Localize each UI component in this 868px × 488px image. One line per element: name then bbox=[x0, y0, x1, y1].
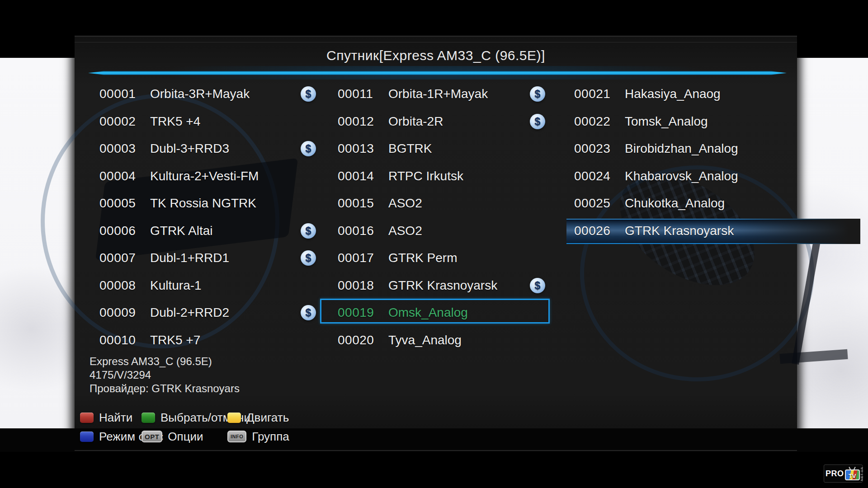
tv-frame: Спутник[Express AM33_C (96.5E)] 00001Orb… bbox=[0, 0, 868, 488]
opt-button-icon: OPT bbox=[142, 431, 162, 442]
legend-label: Опции bbox=[168, 430, 203, 444]
legend-label: Двигать bbox=[246, 411, 289, 425]
channel-name: Tomsk_Analog bbox=[625, 114, 708, 128]
channel-row[interactable]: 00023Birobidzhan_Analog bbox=[574, 135, 827, 162]
channel-list-panel: Спутник[Express AM33_C (96.5E)] 00001Orb… bbox=[75, 35, 797, 452]
channel-name: TK Rossia NGTRK bbox=[150, 196, 256, 210]
channel-name: Orbita-2R bbox=[388, 114, 443, 128]
channel-name: Orbita-3R+Mayak bbox=[150, 87, 250, 101]
legend-find[interactable]: Найти bbox=[80, 409, 132, 426]
channel-name: Dubl-1+RRD1 bbox=[150, 251, 229, 265]
channel-row[interactable]: 00012Orbita-2R$ bbox=[338, 108, 591, 135]
channel-number: 00021 bbox=[574, 80, 625, 108]
channel-row[interactable]: 00022Tomsk_Analog bbox=[574, 108, 827, 135]
channel-row[interactable]: 00021Hakasiya_Anaog bbox=[574, 80, 827, 108]
channel-name: GTRK Altai bbox=[150, 224, 212, 238]
panel-bottom-edge bbox=[75, 450, 797, 451]
channel-name: Orbita-1R+Mayak bbox=[388, 87, 488, 101]
channel-number: 00023 bbox=[574, 135, 625, 162]
logo-netua-text: NET.UA bbox=[860, 467, 864, 481]
channel-row[interactable]: 00009Dubl-2+RRD2$ bbox=[99, 299, 353, 326]
channel-row[interactable]: 00017GTRK Perm bbox=[338, 244, 591, 272]
channel-number: 00001 bbox=[99, 80, 150, 108]
channel-row[interactable]: 00003Dubl-3+RRD3$ bbox=[99, 135, 353, 162]
channel-name: Dubl-3+RRD3 bbox=[150, 141, 229, 155]
channel-row[interactable]: 00020Tyva_Analog bbox=[338, 327, 591, 354]
pay-channel-icon: $ bbox=[301, 141, 316, 156]
transponder-info: Express AM33_C (96.5E) 4175/V/3294 Прова… bbox=[90, 355, 240, 395]
red-button-icon bbox=[80, 413, 94, 423]
pay-channel-icon: $ bbox=[530, 114, 545, 129]
channel-number: 00012 bbox=[338, 108, 388, 135]
channel-number: 00010 bbox=[99, 327, 150, 354]
channel-name: Hakasiya_Anaog bbox=[625, 87, 721, 101]
page-title: Спутник[Express AM33_C (96.5E)] bbox=[75, 48, 797, 63]
channel-row[interactable]: 00013BGTRK bbox=[338, 135, 591, 162]
title-underline bbox=[88, 71, 787, 75]
channel-number: 00022 bbox=[574, 108, 625, 135]
channel-name: TRK5 +4 bbox=[150, 114, 200, 128]
channel-number: 00020 bbox=[338, 327, 388, 354]
channel-row[interactable]: 00004Kultura-2+Vesti-FM bbox=[99, 163, 353, 190]
channel-row[interactable]: 00007Dubl-1+RRD1$ bbox=[99, 244, 353, 272]
channel-name: Kultura-2+Vesti-FM bbox=[150, 169, 259, 183]
tv-icon: TV bbox=[845, 467, 860, 480]
channel-number: 00006 bbox=[99, 217, 150, 244]
channel-number: 00024 bbox=[574, 163, 625, 190]
channel-number: 00005 bbox=[99, 190, 150, 217]
channel-number: 00016 bbox=[338, 217, 388, 244]
channel-row[interactable]: 00024Khabarovsk_Analog bbox=[574, 163, 827, 190]
channel-row[interactable]: 00008Kultura-1 bbox=[99, 272, 353, 299]
channel-row[interactable]: 00006GTRK Altai$ bbox=[99, 217, 353, 244]
channel-row[interactable]: 00001Orbita-3R+Mayak$ bbox=[99, 80, 353, 108]
channel-row[interactable]: 00018GTRK Krasnoyarsk$ bbox=[338, 272, 591, 299]
channel-row[interactable]: 00026GTRK Krasnoyarsk bbox=[574, 217, 827, 244]
channel-number: 00014 bbox=[338, 163, 388, 190]
channel-number: 00004 bbox=[99, 163, 150, 190]
legend-options[interactable]: OPT Опции bbox=[142, 428, 203, 445]
channel-number: 00009 bbox=[99, 299, 150, 326]
channel-row[interactable]: 00015ASO2 bbox=[338, 190, 591, 217]
protv-watermark-logo: PRO TV NET.UA bbox=[824, 465, 863, 483]
legend-row-1: Найти Выбрать/отмени Двигать bbox=[75, 409, 797, 426]
channel-row[interactable]: 00011Orbita-1R+Mayak$ bbox=[338, 80, 591, 108]
blue-button-icon bbox=[80, 432, 94, 442]
channel-number: 00018 bbox=[338, 272, 388, 299]
channel-name: Birobidzhan_Analog bbox=[625, 141, 738, 155]
channel-row[interactable]: 00005TK Rossia NGTRK bbox=[99, 190, 353, 217]
channel-name: BGTRK bbox=[388, 141, 432, 155]
channel-row[interactable]: 00014RTPC Irkutsk bbox=[338, 163, 591, 190]
legend-label: Найти bbox=[99, 411, 132, 425]
legend-group[interactable]: INFO Группа bbox=[227, 428, 289, 445]
channel-number: 00015 bbox=[338, 190, 388, 217]
channel-number: 00011 bbox=[338, 80, 388, 108]
channel-name: Tyva_Analog bbox=[388, 333, 462, 347]
channel-row[interactable]: 00010TRK5 +7 bbox=[99, 327, 353, 354]
panel-top-line bbox=[75, 42, 797, 42]
channel-name: Khabarovsk_Analog bbox=[625, 169, 738, 183]
provider-name: Провайдер: GTRK Krasnoyars bbox=[90, 382, 240, 395]
channel-row[interactable]: 00002TRK5 +4 bbox=[99, 108, 353, 135]
channel-name: RTPC Irkutsk bbox=[388, 169, 463, 183]
channel-name: GTRK Perm bbox=[388, 251, 457, 265]
logo-tv-text: TV bbox=[845, 473, 860, 479]
pay-channel-icon: $ bbox=[301, 86, 316, 102]
channel-number: 00013 bbox=[338, 135, 388, 162]
selection-box bbox=[320, 299, 550, 324]
pay-channel-icon: $ bbox=[301, 250, 316, 266]
transponder-params: 4175/V/3294 bbox=[90, 368, 240, 382]
channel-name: GTRK Krasnoyarsk bbox=[388, 278, 497, 292]
yellow-button-icon bbox=[227, 413, 241, 423]
channel-name: TRK5 +7 bbox=[150, 333, 200, 347]
legend-row-2: Режим спис OPT Опции INFO Группа bbox=[75, 428, 797, 445]
channel-number: 00025 bbox=[574, 190, 625, 217]
channel-name: Chukotka_Analog bbox=[625, 196, 725, 210]
pay-channel-icon: $ bbox=[301, 223, 316, 239]
green-button-icon bbox=[142, 413, 155, 423]
channel-row[interactable]: 00016ASO2 bbox=[338, 217, 591, 244]
legend-move[interactable]: Двигать bbox=[227, 409, 289, 426]
channel-row[interactable]: 00025Chukotka_Analog bbox=[574, 190, 827, 217]
channel-name: Dubl-2+RRD2 bbox=[150, 305, 229, 319]
channel-number: 00008 bbox=[99, 272, 150, 299]
channel-name: ASO2 bbox=[388, 196, 422, 210]
